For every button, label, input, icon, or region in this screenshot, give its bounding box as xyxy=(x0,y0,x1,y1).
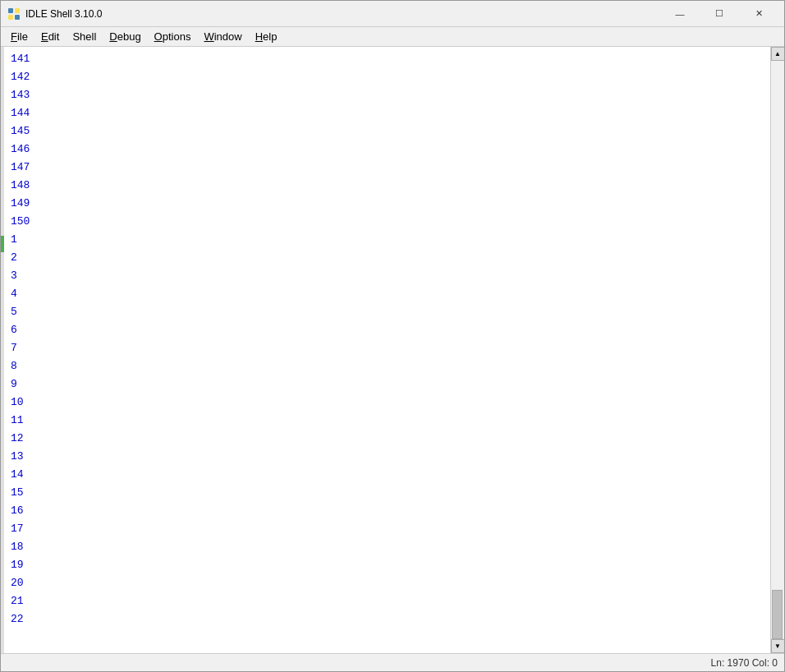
line-numbers-panel: 1411421431441451461471481491501234567891… xyxy=(4,47,41,653)
menu-shell[interactable]: Shell xyxy=(66,28,103,46)
line-number: 8 xyxy=(4,357,41,375)
line-number: 5 xyxy=(4,303,41,321)
line-number: 6 xyxy=(4,321,41,339)
app-icon xyxy=(7,7,21,21)
line-number: 147 xyxy=(4,159,41,177)
cursor-position: Ln: 1970 Col: 0 xyxy=(711,657,778,669)
svg-rect-0 xyxy=(8,8,13,13)
line-number: 143 xyxy=(4,86,41,104)
line-number: 4 xyxy=(4,285,41,303)
menu-help[interactable]: Help xyxy=(249,28,284,46)
scroll-up-button[interactable]: ▲ xyxy=(771,47,785,61)
svg-rect-1 xyxy=(15,8,20,13)
scroll-down-button[interactable]: ▼ xyxy=(771,639,785,653)
active-line-marker xyxy=(1,236,4,252)
main-window: IDLE Shell 3.10.0 — ☐ ✕ File Edit Shell … xyxy=(0,0,785,672)
line-number: 1 xyxy=(4,231,41,249)
menu-edit[interactable]: Edit xyxy=(34,28,66,46)
menu-debug[interactable]: Debug xyxy=(103,28,147,46)
title-bar: IDLE Shell 3.10.0 — ☐ ✕ xyxy=(1,1,784,27)
minimize-button[interactable]: — xyxy=(661,2,699,26)
line-number: 10 xyxy=(4,394,41,412)
vertical-scrollbar[interactable]: ▲ ▼ xyxy=(770,47,784,653)
window-controls: — ☐ ✕ xyxy=(661,2,778,26)
svg-rect-2 xyxy=(8,15,13,20)
line-number: 141 xyxy=(4,50,41,68)
menu-window[interactable]: Window xyxy=(197,28,248,46)
menu-options[interactable]: Options xyxy=(148,28,198,46)
line-number: 13 xyxy=(4,448,41,466)
line-number: 146 xyxy=(4,140,41,159)
main-area: 1411421431441451461471481491501234567891… xyxy=(1,47,784,653)
line-number: 16 xyxy=(4,502,41,520)
line-number: 2 xyxy=(4,249,41,267)
line-number: 149 xyxy=(4,195,41,213)
window-title: IDLE Shell 3.10.0 xyxy=(25,8,102,20)
left-accent-bar xyxy=(1,47,4,653)
code-content[interactable] xyxy=(41,47,770,653)
maximize-button[interactable]: ☐ xyxy=(700,2,738,26)
line-number: 17 xyxy=(4,520,41,538)
line-number: 21 xyxy=(4,592,41,610)
line-number: 22 xyxy=(4,610,41,628)
line-number: 142 xyxy=(4,68,41,86)
line-number: 9 xyxy=(4,375,41,394)
line-number: 3 xyxy=(4,267,41,285)
line-number: 144 xyxy=(4,104,41,122)
line-number: 15 xyxy=(4,484,41,502)
menu-bar: File Edit Shell Debug Options Window Hel… xyxy=(1,27,784,47)
line-number: 7 xyxy=(4,339,41,357)
line-number: 148 xyxy=(4,177,41,195)
menu-file[interactable]: File xyxy=(4,28,34,46)
scrollbar-thumb[interactable] xyxy=(772,590,783,639)
status-bar: Ln: 1970 Col: 0 xyxy=(1,653,784,671)
line-number: 19 xyxy=(4,556,41,574)
close-button[interactable]: ✕ xyxy=(740,2,778,26)
line-number: 20 xyxy=(4,574,41,592)
editor-area: 1411421431441451461471481491501234567891… xyxy=(1,47,770,653)
line-number: 12 xyxy=(4,430,41,448)
scrollbar-track[interactable] xyxy=(771,61,785,639)
line-number: 150 xyxy=(4,213,41,231)
line-number: 11 xyxy=(4,412,41,430)
line-number: 14 xyxy=(4,466,41,484)
line-number: 145 xyxy=(4,122,41,140)
line-number: 18 xyxy=(4,538,41,556)
svg-rect-3 xyxy=(15,15,20,20)
title-bar-left: IDLE Shell 3.10.0 xyxy=(7,7,102,21)
